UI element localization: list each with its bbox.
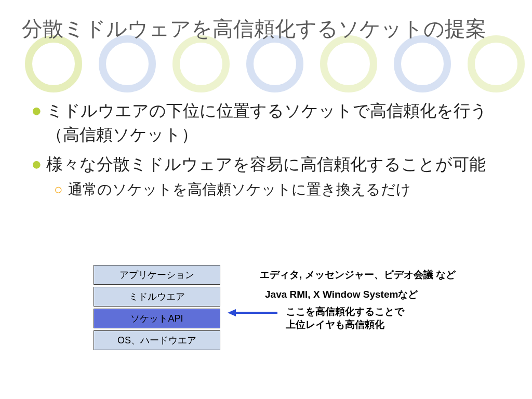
bullet-level1: ● 様々な分散ミドルウェアを容易に高信頼化することが可能: [31, 152, 511, 176]
annotation-line: 上位レイヤも高信頼化: [286, 318, 404, 331]
layer-box-socket: ソケットAPI: [94, 309, 220, 328]
annotation-line: ここを高信頼化することで: [286, 305, 404, 318]
slide: 分散ミドルウェアを高信頼化するソケットの提案 ● ミドルウエアの下位に位置するソ…: [0, 0, 532, 399]
svg-marker-1: [228, 309, 236, 316]
circle-icon: [25, 35, 82, 92]
layer-box-middleware: ミドルウエア: [94, 287, 220, 307]
bullet-text: 通常のソケットを高信頼ソケットに置き換えるだけ: [68, 179, 411, 201]
circle-icon: [320, 35, 377, 92]
circle-icon: [394, 35, 451, 92]
layer-box-application: アプリケーション: [94, 265, 220, 285]
bullet-level1: ● ミドルウエアの下位に位置するソケットで高信頼化を行う（高信頼ソケット）: [31, 99, 511, 147]
disc-bullet-icon: ●: [31, 99, 42, 123]
layer-stack: アプリケーション ミドルウエア ソケットAPI OS、ハードウエア: [94, 265, 220, 352]
circle-icon: [468, 35, 525, 92]
background-circles: [0, 35, 532, 98]
annotation-middleware-examples: Java RMI, X Window Systemなど: [265, 288, 418, 301]
slide-body: ● ミドルウエアの下位に位置するソケットで高信頼化を行う（高信頼ソケット） ● …: [31, 94, 511, 201]
slide-title: 分散ミドルウェアを高信頼化するソケットの提案: [22, 16, 510, 42]
bullet-level2: ○ 通常のソケットを高信頼ソケットに置き換えるだけ: [54, 179, 511, 201]
arrow-icon: [228, 308, 277, 318]
circle-icon: [246, 35, 303, 92]
disc-bullet-icon: ●: [31, 152, 42, 176]
annotation-app-examples: エディタ, メッセンジャー、ビデオ会議 など: [260, 268, 456, 282]
bullet-text: ミドルウエアの下位に位置するソケットで高信頼化を行う（高信頼ソケット）: [46, 99, 511, 147]
bullet-text: 様々な分散ミドルウェアを容易に高信頼化することが可能: [46, 152, 486, 176]
circle-bullet-icon: ○: [54, 179, 63, 200]
layer-box-os: OS、ハードウエア: [94, 330, 220, 350]
circle-icon: [99, 35, 156, 92]
annotation-socket-note: ここを高信頼化することで 上位レイヤも高信頼化: [286, 305, 404, 331]
circle-icon: [172, 35, 230, 92]
